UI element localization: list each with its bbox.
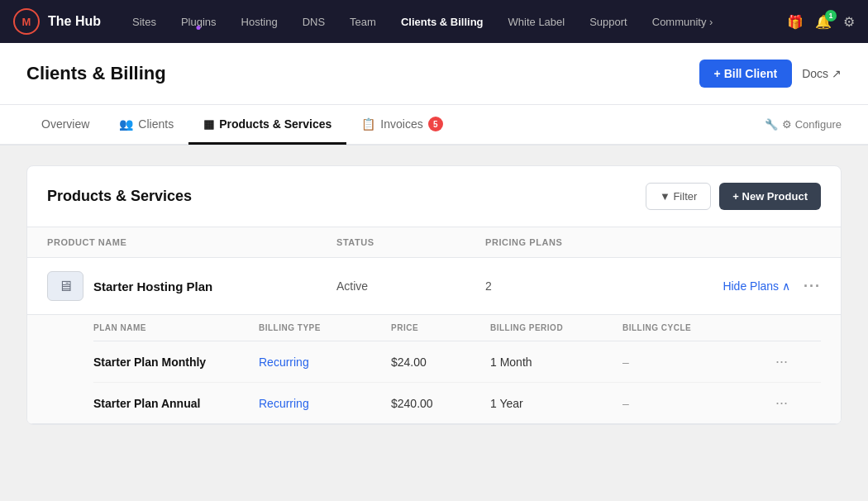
nav-item-team[interactable]: Team (338, 9, 388, 35)
col-product-name: PRODUCT NAME (47, 237, 336, 247)
nav-item-sites[interactable]: Sites (121, 9, 168, 35)
tabs-bar: Overview 👥 Clients ▦ Products & Services… (0, 105, 868, 146)
plan-name-annual: Starter Plan Annual (93, 397, 259, 410)
configure-icon: 🔧 (765, 118, 778, 131)
plan-billing-type-monthly: Recurring (259, 355, 391, 369)
bell-icon[interactable]: 🔔 1 (815, 14, 832, 30)
products-card: Products & Services ▼ Filter + New Produ… (26, 165, 842, 425)
products-card-header: Products & Services ▼ Filter + New Produ… (27, 166, 841, 227)
plan-cycle-monthly: – (622, 355, 738, 369)
nav-item-dns[interactable]: DNS (291, 9, 336, 35)
product-main: 🖥 Starter Hosting Plan Active 2 Hide Pla… (27, 258, 841, 314)
tab-clients[interactable]: 👥 Clients (104, 106, 188, 145)
tabs-left: Overview 👥 Clients ▦ Products & Services… (26, 105, 765, 144)
navbar-logo[interactable]: M The Hub (13, 8, 101, 35)
products-card-actions: ▼ Filter + New Product (646, 183, 821, 210)
nav-item-community[interactable]: Community › (641, 9, 725, 35)
plans-header: PLAN NAME BILLING TYPE PRICE BILLING PER… (93, 315, 821, 341)
page-header-actions: + Bill Client Docs ↗ (699, 60, 842, 88)
tab-products-services[interactable]: ▦ Products & Services (188, 106, 346, 145)
nav-item-plugins[interactable]: Plugins (169, 9, 228, 35)
docs-button[interactable]: Docs ↗ (802, 67, 842, 80)
plan-price-monthly: $24.00 (391, 355, 490, 369)
gift-icon[interactable]: 🎁 (787, 14, 804, 30)
plan-row: Starter Plan Monthly Recurring $24.00 1 … (93, 341, 821, 383)
new-product-button[interactable]: + New Product (719, 183, 821, 210)
tab-invoices[interactable]: 📋 Invoices 5 (346, 105, 457, 146)
plan-ellipsis-annual[interactable]: ··· (738, 394, 788, 412)
product-icon: 🖥 (47, 271, 83, 301)
plan-row: Starter Plan Annual Recurring $240.00 1 … (93, 383, 821, 423)
page-title: Clients & Billing (26, 63, 166, 84)
navbar-right: 🎁 🔔 1 ⚙ (787, 14, 855, 30)
product-name: Starter Hosting Plan (93, 279, 212, 293)
page-content: Clients & Billing + Bill Client Docs ↗ O… (0, 43, 868, 501)
filter-button[interactable]: ▼ Filter (646, 183, 711, 210)
plan-billing-type-annual: Recurring (259, 397, 391, 410)
plans-col-billing-period: BILLING PERIOD (490, 323, 622, 332)
col-actions-header (634, 237, 821, 247)
nav-item-support[interactable]: Support (578, 9, 639, 35)
navbar: M The Hub Sites Plugins Hosting DNS Team… (0, 0, 868, 43)
invoices-icon: 📋 (361, 117, 375, 131)
product-status: Active (336, 279, 485, 293)
plan-price-annual: $240.00 (391, 397, 490, 410)
logo-icon: M (13, 8, 40, 35)
plans-col-price: PRICE (391, 323, 490, 332)
product-row: 🖥 Starter Hosting Plan Active 2 Hide Pla… (27, 258, 841, 424)
plan-cycle-annual: – (622, 397, 738, 410)
hide-plans-button[interactable]: Hide Plans ∧ (723, 279, 790, 293)
plan-period-annual: 1 Year (490, 397, 622, 410)
plans-col-billing-cycle: BILLING CYCLE (622, 323, 738, 332)
main-content: Products & Services ▼ Filter + New Produ… (0, 146, 868, 445)
col-pricing-plans: PRICING PLANS (485, 237, 634, 247)
navbar-title: The Hub (48, 14, 101, 29)
pricing-count: 2 (485, 279, 634, 293)
bell-badge: 1 (825, 10, 837, 21)
navbar-nav: Sites Plugins Hosting DNS Team Clients &… (121, 9, 787, 35)
clients-icon: 👥 (119, 117, 133, 131)
page-header: Clients & Billing + Bill Client Docs ↗ (0, 43, 868, 105)
products-section-title: Products & Services (47, 188, 192, 205)
plan-name-monthly: Starter Plan Monthly (93, 355, 259, 369)
tab-overview[interactable]: Overview (26, 106, 104, 145)
plugins-dot (197, 26, 201, 30)
products-icon: ▦ (203, 117, 214, 131)
col-status: STATUS (336, 237, 485, 247)
plans-col-actions (738, 323, 788, 332)
nav-item-white-label[interactable]: White Label (497, 9, 577, 35)
bill-client-button[interactable]: + Bill Client (699, 60, 793, 88)
product-actions: Hide Plans ∧ ··· (634, 278, 821, 295)
table-header-row: PRODUCT NAME STATUS PRICING PLANS (27, 227, 841, 258)
nav-item-clients-billing[interactable]: Clients & Billing (389, 9, 495, 35)
configure-button[interactable]: 🔧 ⚙ Configure (765, 118, 842, 131)
plans-col-name: PLAN NAME (93, 323, 259, 332)
invoices-badge: 5 (428, 117, 443, 131)
plans-col-billing-type: BILLING TYPE (259, 323, 391, 332)
plan-period-monthly: 1 Month (490, 355, 622, 369)
nav-item-hosting[interactable]: Hosting (230, 9, 289, 35)
product-ellipsis-button[interactable]: ··· (804, 278, 821, 295)
gear-icon[interactable]: ⚙ (843, 14, 855, 30)
plan-ellipsis-monthly[interactable]: ··· (738, 353, 788, 370)
plans-table: PLAN NAME BILLING TYPE PRICE BILLING PER… (27, 314, 841, 423)
product-name-cell: 🖥 Starter Hosting Plan (47, 271, 336, 301)
